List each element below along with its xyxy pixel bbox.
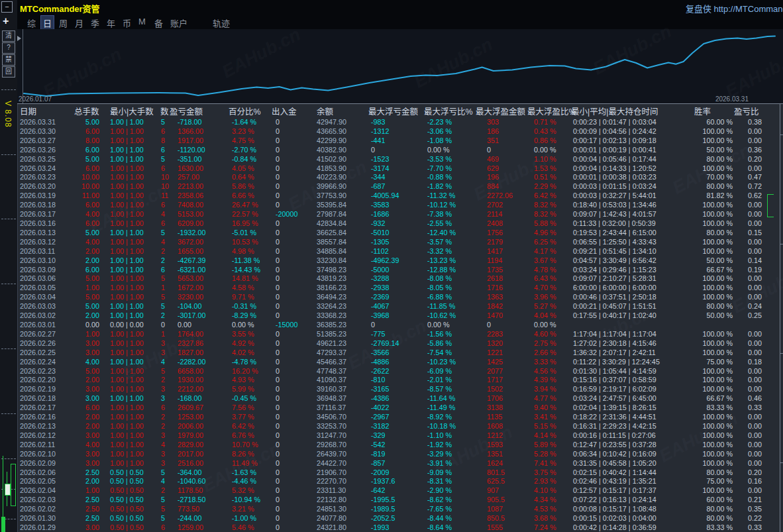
cell-total-lots: 3.00 (69, 458, 99, 468)
table-row[interactable]: 2026.03.135.001.00 | 1.005-1932.00-5.01 … (0, 228, 783, 237)
cell-max-float-loss-pct: -5.86 % (427, 339, 452, 348)
cell-max-float-loss-pct: -10.18 % (427, 421, 456, 431)
table-row[interactable]: 2026.03.035.001.00 | 1.005-104.00-0.31 %… (0, 301, 783, 311)
column-header-pnl: 盈亏金额 (170, 105, 203, 117)
table-row[interactable]: 2026.02.093.001.00 | 1.0032516.0011.49 %… (0, 458, 783, 468)
cell-balance: 33264.23 (317, 301, 346, 311)
menu-item-10[interactable]: 账户 (168, 16, 189, 30)
chart-start-date: 2026.01.07 (19, 95, 52, 103)
cell-total-lots: 1.00 (69, 486, 99, 495)
cell-max-float-profit: 0 (487, 320, 491, 329)
cell-win-rate: 50.00 % (689, 256, 733, 265)
move-icon[interactable]: + (3, 16, 9, 27)
menu-item-5[interactable]: 季 (89, 16, 101, 30)
menu-item-7[interactable]: 币 (121, 16, 133, 30)
table-row[interactable]: 2026.03.112.001.00 | 1.0021655.004.98 %0… (0, 246, 783, 256)
cell-percent: 4.75 % (232, 136, 254, 145)
table-row[interactable]: 2026.02.114.001.00 | 1.0042829.0010.70 %… (0, 440, 783, 449)
right-border-line (780, 103, 780, 532)
table-row[interactable]: 2026.03.174.001.00 | 1.0045153.0022.57 %… (0, 209, 783, 219)
sidebar-button-3[interactable]: 禁 (2, 54, 15, 66)
sidebar-button-2[interactable]: ? (2, 42, 15, 54)
cell-hold-time: 0:00:21 | 0:45:07 | 1:51:51 (573, 301, 656, 311)
table-row[interactable]: 2026.03.045.001.00 | 1.0053230.009.71 %0… (0, 292, 783, 301)
menu-item-1[interactable]: 综 (25, 16, 38, 30)
table-row[interactable]: 2026.02.022.500.50 | 0.505773.503.21 %02… (0, 504, 783, 513)
brand-link[interactable]: 复盘侠 http://MTCommande (686, 2, 783, 15)
table-row[interactable]: 2026.02.032.500.50 | 0.505-2718.50-10.94… (0, 495, 783, 504)
table-row[interactable]: 2026.03.096.001.00 | 1.006-6321.00-14.43… (0, 265, 783, 274)
table-row[interactable]: 2026.03.186.001.00 | 1.0067408.0026.47 %… (0, 200, 783, 209)
table-row[interactable]: 2026.02.162.001.00 | 1.0021253.003.77 %0… (0, 412, 783, 421)
menu-item-3[interactable]: 周 (57, 16, 70, 30)
menu-item-8[interactable]: M (136, 16, 148, 27)
cell-percent: 22.57 % (232, 209, 258, 219)
table-row[interactable]: 2026.02.103.001.00 | 1.0032017.008.26 %0… (0, 449, 783, 458)
cell-hold-time: 0:00:03 | 0:01:15 | 0:03:24 (573, 182, 656, 191)
table-row[interactable]: 2026.03.010.000.00 | 0.0000.000.00 %-150… (0, 320, 783, 329)
cell-count: 6 (161, 265, 165, 274)
table-row[interactable]: 2026.02.244.001.00 | 1.004-2282.00-4.78 … (0, 357, 783, 366)
table-row[interactable]: 2026.01.302.500.50 | 0.505-244.00-1.00 %… (0, 513, 783, 523)
cell-max-float-profit-pct: 4.34 % (534, 495, 556, 504)
table-row[interactable]: 2026.03.102.001.00 | 1.002-4267.39-11.38… (0, 256, 783, 265)
table-row[interactable]: 2026.03.1911.001.00 | 1.00112358.066.66 … (0, 191, 783, 200)
cell-max-float-loss-pct: -3.91 % (427, 458, 452, 468)
menu-item-6[interactable]: 年 (105, 16, 117, 30)
table-row[interactable]: 2026.02.263.001.00 | 1.0032327.864.92 %0… (0, 339, 783, 348)
cell-balance: 47293.37 (317, 348, 346, 357)
table-row[interactable]: 2026.03.2010.001.00 | 1.00102213.005.86 … (0, 182, 783, 191)
table-row[interactable]: 2026.02.052.000.50 | 0.504-1040.60-4.46 … (0, 476, 783, 486)
table-row[interactable]: 2026.03.2310.001.00 | 1.0010257.000.64 %… (0, 172, 783, 182)
table-row[interactable]: 2026.03.051.001.00 | 1.0011672.004.58 %0… (0, 283, 783, 292)
table-row[interactable]: 2026.02.062.500.50 | 0.505-364.00-1.63 %… (0, 468, 783, 477)
menu-item-9[interactable]: 备 (152, 16, 165, 30)
cell-win-rate: 100.00 % (689, 449, 733, 458)
cell-hold-time: 0:00:04 | 0:05:46 | 0:17:44 (573, 154, 656, 164)
cell-cash-flow: 0 (276, 200, 280, 209)
table-row[interactable]: 2026.02.235.001.00 | 1.0056658.0016.20 %… (0, 366, 783, 376)
cell-percent: 4.98 % (232, 246, 254, 256)
table-row[interactable]: 2026.02.202.001.00 | 1.0021930.004.93 %0… (0, 375, 783, 384)
table-row[interactable]: 2026.02.271.001.00 | 1.0011764.003.55 %0… (0, 329, 783, 339)
cell-win-rate: 100.00 % (689, 384, 733, 394)
cell-max-float-profit-pct: 6.43 % (534, 274, 556, 283)
cell-hold-time: 0:06:55 | 1:25:50 | 4:33:43 (573, 237, 656, 246)
table-row[interactable]: 2026.02.193.001.00 | 1.0032212.005.99 %0… (0, 384, 783, 394)
minimize-icon[interactable]: − (1, 1, 13, 13)
table-row[interactable]: 2026.03.306.001.00 | 1.0061366.003.23 %0… (0, 127, 783, 136)
column-header-count: 数 (160, 105, 169, 117)
table-row[interactable]: 2026.02.176.001.00 | 1.0062609.677.56 %0… (0, 403, 783, 412)
cell-max-float-loss-pct: -1.08 % (427, 136, 452, 145)
table-row[interactable]: 2026.03.246.001.00 | 1.0061630.004.05 %0… (0, 164, 783, 173)
cell-max-float-loss-pct: -3.53 % (427, 154, 452, 164)
table-row[interactable]: 2026.03.022.001.00 | 1.002-3017.00-8.29 … (0, 311, 783, 320)
table-row[interactable]: 2026.02.123.001.00 | 1.0031979.006.76 %0… (0, 431, 783, 440)
cell-min-max-lots: 0.50 | 0.50 (110, 523, 144, 532)
table-row[interactable]: 2026.03.266.001.00 | 1.006-1120.00-2.70 … (0, 145, 783, 154)
table-row[interactable]: 2026.03.278.001.00 | 1.0081917.004.75 %0… (0, 136, 783, 145)
table-row[interactable]: 2026.03.315.001.00 | 1.005-718.00-1.64 %… (0, 117, 783, 127)
menu-item-4[interactable]: 月 (73, 16, 85, 30)
cell-date: 2026.01.30 (20, 513, 56, 523)
table-row[interactable]: 2026.02.041.000.50 | 0.5021178.505.32 %0… (0, 486, 783, 495)
cell-date: 2026.03.01 (20, 320, 56, 329)
cell-date: 2026.01.29 (20, 523, 56, 532)
cell-hold-time: 0:09:21 | 0:51:45 | 1:34:10 (573, 246, 656, 256)
table-row[interactable]: 2026.03.124.001.00 | 1.0043672.0010.53 %… (0, 237, 783, 246)
sidebar-button-1[interactable]: 清 (2, 30, 15, 42)
cell-pl-ratio: 0.15 (737, 228, 762, 237)
cell-percent: 16.20 % (232, 366, 258, 376)
cell-min-max-lots: 1.00 | 1.00 (110, 200, 144, 209)
table-row[interactable]: 2026.03.065.001.00 | 1.0055653.0014.81 %… (0, 274, 783, 283)
sidebar-button-4[interactable]: 回 (2, 66, 15, 78)
table-row[interactable]: 2026.03.255.001.00 | 1.005-351.00-0.84 %… (0, 154, 783, 164)
table-row[interactable]: 2026.02.253.001.00 | 1.0031827.004.02 %0… (0, 348, 783, 357)
table-row[interactable]: 2026.02.132.001.00 | 1.0022006.006.42 %0… (0, 421, 783, 431)
menu-item-2[interactable]: 日 (41, 16, 54, 30)
table-row[interactable]: 2026.02.183.001.00 | 1.003-168.00-0.45 %… (0, 394, 783, 403)
table-row[interactable]: 2026.01.293.000.50 | 0.5061259.005.46 %0… (0, 523, 783, 532)
cell-max-float-loss-pct: -11.32 % (427, 191, 455, 200)
menu-item-11[interactable]: 轨迹 (211, 16, 232, 30)
table-row[interactable]: 2026.03.166.001.00 | 1.0066209.0016.95 %… (0, 219, 783, 228)
